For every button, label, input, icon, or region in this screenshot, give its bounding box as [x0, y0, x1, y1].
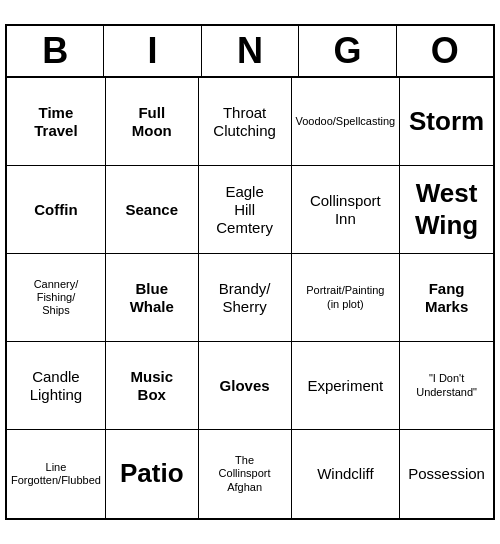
- bingo-cell-3: Voodoo/Spellcasting: [292, 78, 401, 166]
- header-letter-o: O: [397, 26, 493, 76]
- bingo-header: BINGO: [7, 26, 493, 78]
- bingo-cell-24: Possession: [400, 430, 493, 518]
- bingo-cell-5: Coffin: [7, 166, 106, 254]
- header-letter-b: B: [7, 26, 104, 76]
- bingo-cell-22: The Collinsport Afghan: [199, 430, 292, 518]
- bingo-cell-23: Windcliff: [292, 430, 401, 518]
- bingo-cell-6: Seance: [106, 166, 199, 254]
- bingo-cell-21: Patio: [106, 430, 199, 518]
- bingo-cell-20: Line Forgotten/Flubbed: [7, 430, 106, 518]
- bingo-cell-19: "I Don't Understand": [400, 342, 493, 430]
- bingo-cell-4: Storm: [400, 78, 493, 166]
- bingo-cell-18: Experiment: [292, 342, 401, 430]
- bingo-cell-16: Music Box: [106, 342, 199, 430]
- bingo-cell-15: Candle Lighting: [7, 342, 106, 430]
- bingo-cell-9: West Wing: [400, 166, 493, 254]
- bingo-cell-13: Portrait/Painting (in plot): [292, 254, 401, 342]
- bingo-cell-14: Fang Marks: [400, 254, 493, 342]
- bingo-cell-0: Time Travel: [7, 78, 106, 166]
- header-letter-n: N: [202, 26, 299, 76]
- bingo-card: BINGO Time TravelFull MoonThroat Clutchi…: [5, 24, 495, 520]
- bingo-cell-17: Gloves: [199, 342, 292, 430]
- bingo-cell-2: Throat Clutching: [199, 78, 292, 166]
- header-letter-g: G: [299, 26, 396, 76]
- bingo-cell-10: Cannery/ Fishing/ Ships: [7, 254, 106, 342]
- bingo-cell-8: Collinsport Inn: [292, 166, 401, 254]
- bingo-cell-11: Blue Whale: [106, 254, 199, 342]
- bingo-cell-7: Eagle Hill Cemtery: [199, 166, 292, 254]
- bingo-cell-1: Full Moon: [106, 78, 199, 166]
- bingo-grid: Time TravelFull MoonThroat ClutchingVood…: [7, 78, 493, 518]
- bingo-cell-12: Brandy/ Sherry: [199, 254, 292, 342]
- header-letter-i: I: [104, 26, 201, 76]
